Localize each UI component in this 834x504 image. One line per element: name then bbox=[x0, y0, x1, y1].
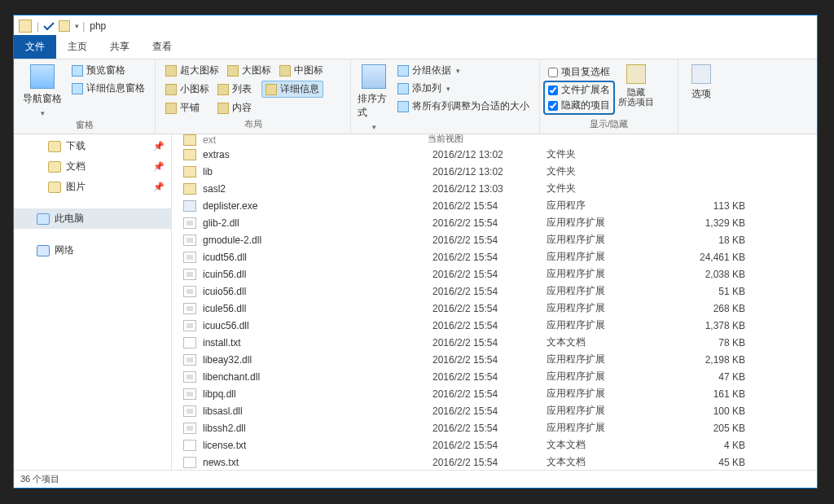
hidden-items-toggle[interactable]: 隐藏的项目 bbox=[546, 98, 612, 113]
file-date: 2016/2/2 15:54 bbox=[432, 388, 546, 400]
autosize-columns-button[interactable]: 将所有列调整为合适的大小 bbox=[394, 99, 533, 114]
preview-pane-button[interactable]: 预览窗格 bbox=[68, 63, 148, 78]
network-icon bbox=[37, 245, 50, 256]
file-row[interactable]: gmodule-2.dll2016/2/2 15:54应用程序扩展18 KB bbox=[172, 231, 817, 248]
file-size: 47 KB bbox=[677, 371, 758, 383]
group-label-layout: 布局 bbox=[162, 116, 344, 134]
file-type: 应用程序扩展 bbox=[546, 301, 677, 315]
navigation-pane-button[interactable]: 导航窗格 ▾ bbox=[20, 63, 64, 117]
file-row[interactable]: news.txt2016/2/2 15:54文本文档45 KB bbox=[172, 454, 817, 470]
nav-pictures[interactable]: 图片📌 bbox=[14, 177, 171, 197]
file-date: 2016/2/12 13:03 bbox=[432, 183, 546, 195]
file-name: gmodule-2.dll bbox=[203, 234, 432, 246]
layout-small[interactable]: 小图标 bbox=[162, 81, 213, 98]
item-checkboxes-toggle[interactable]: 项目复选框 bbox=[546, 64, 612, 80]
group-label-show: 显示/隐藏 bbox=[546, 116, 671, 134]
nav-network[interactable]: 网络 bbox=[14, 240, 171, 261]
file-list[interactable]: extextras2016/2/12 13:02文件夹lib2016/2/12 … bbox=[172, 134, 817, 470]
file-row[interactable]: deplister.exe2016/2/2 15:54应用程序113 KB bbox=[172, 197, 817, 214]
dll-icon bbox=[183, 217, 196, 229]
nav-downloads[interactable]: 下载📌 bbox=[14, 136, 171, 156]
hide-icon bbox=[626, 64, 646, 84]
file-row[interactable]: lib2016/2/12 13:02文件夹 bbox=[172, 163, 817, 180]
layout-details[interactable]: 详细信息 bbox=[261, 81, 323, 98]
file-date: 2016/2/2 15:54 bbox=[432, 286, 546, 297]
hide-selected-button[interactable]: 隐藏所选项目 bbox=[617, 63, 656, 116]
file-row[interactable]: sasl22016/2/12 13:03文件夹 bbox=[172, 180, 817, 197]
file-row[interactable]: libssh2.dll2016/2/2 15:54应用程序扩展205 KB bbox=[172, 419, 817, 436]
file-row[interactable]: license.txt2016/2/2 15:54文本文档4 KB bbox=[172, 436, 817, 454]
file-date: 2016/2/2 15:54 bbox=[432, 371, 546, 383]
file-size: 51 KB bbox=[677, 286, 758, 297]
nav-documents[interactable]: 文档📌 bbox=[14, 156, 171, 177]
file-name: libsasl.dll bbox=[203, 405, 432, 417]
file-row[interactable]: libpq.dll2016/2/2 15:54应用程序扩展161 KB bbox=[172, 385, 817, 402]
dll-icon bbox=[183, 388, 196, 400]
group-by-button[interactable]: 分组依据▾ bbox=[394, 63, 533, 78]
file-size: 113 KB bbox=[677, 200, 758, 212]
file-size: 100 KB bbox=[677, 405, 758, 417]
nav-this-pc[interactable]: 此电脑 bbox=[14, 208, 171, 229]
file-date: 2016/2/2 15:54 bbox=[432, 457, 546, 468]
file-name: extras bbox=[203, 149, 432, 160]
file-row[interactable]: icudt56.dll2016/2/2 15:54应用程序扩展24,461 KB bbox=[172, 248, 817, 265]
file-date: 2016/2/2 15:54 bbox=[432, 423, 546, 434]
file-size: 2,198 KB bbox=[677, 354, 758, 366]
file-size: 161 KB bbox=[677, 388, 758, 400]
file-type: 应用程序扩展 bbox=[546, 216, 677, 230]
file-date: 2016/2/2 15:54 bbox=[432, 440, 546, 451]
file-size: 1,378 KB bbox=[677, 320, 758, 331]
layout-list[interactable]: 列表 bbox=[214, 81, 260, 98]
options-button[interactable]: 选项 bbox=[685, 63, 718, 119]
file-type: 应用程序扩展 bbox=[546, 404, 677, 418]
file-name: news.txt bbox=[203, 457, 432, 468]
file-row[interactable]: extras2016/2/12 13:02文件夹 bbox=[172, 146, 817, 163]
dll-icon bbox=[183, 234, 196, 246]
tab-share[interactable]: 共享 bbox=[99, 35, 141, 59]
file-type: 文件夹 bbox=[546, 164, 677, 178]
file-row[interactable]: icule56.dll2016/2/2 15:54应用程序扩展268 KB bbox=[172, 300, 817, 317]
ribbon-tabs: 文件 主页 共享 查看 bbox=[14, 37, 817, 59]
explorer-window: | ▾ | php 文件 主页 共享 查看 导航窗格 ▾ 预览窗格 详细信息窗格 bbox=[13, 15, 818, 489]
file-row[interactable]: icuin56.dll2016/2/2 15:54应用程序扩展2,038 KB bbox=[172, 265, 817, 283]
file-size: 24,461 KB bbox=[677, 252, 758, 263]
tab-view[interactable]: 查看 bbox=[141, 35, 183, 59]
tab-file[interactable]: 文件 bbox=[14, 35, 56, 59]
file-date: 2016/2/2 15:54 bbox=[432, 337, 546, 348]
folder-icon bbox=[48, 141, 61, 152]
layout-medium[interactable]: 中图标 bbox=[276, 63, 327, 78]
layout-content[interactable]: 内容 bbox=[214, 100, 255, 116]
nav-pane-icon bbox=[30, 64, 55, 89]
file-name: install.txt bbox=[203, 337, 432, 348]
layout-large[interactable]: 大图标 bbox=[224, 63, 274, 78]
file-date: 2016/2/2 15:54 bbox=[432, 303, 546, 314]
file-type: 文件夹 bbox=[546, 182, 677, 195]
layout-tiles[interactable]: 平铺 bbox=[162, 100, 213, 116]
file-row[interactable]: icuuc56.dll2016/2/2 15:54应用程序扩展1,378 KB bbox=[172, 317, 817, 334]
tab-home[interactable]: 主页 bbox=[56, 35, 99, 59]
dll-icon bbox=[183, 354, 196, 366]
file-name: icule56.dll bbox=[203, 303, 432, 314]
details-pane-button[interactable]: 详细信息窗格 bbox=[68, 81, 148, 96]
add-columns-button[interactable]: 添加列▾ bbox=[394, 81, 533, 96]
file-name: libenchant.dll bbox=[203, 371, 432, 383]
qat-dropdown-icon[interactable]: ▾ bbox=[75, 22, 79, 30]
folder-icon bbox=[183, 183, 196, 195]
layout-xlarge[interactable]: 超大图标 bbox=[162, 63, 222, 78]
file-row[interactable]: libeay32.dll2016/2/2 15:54应用程序扩展2,198 KB bbox=[172, 351, 817, 368]
file-extensions-toggle[interactable]: 文件扩展名 bbox=[546, 82, 612, 98]
file-row[interactable]: install.txt2016/2/2 15:54文本文档78 KB bbox=[172, 334, 817, 351]
status-bar: 36 个项目 bbox=[14, 470, 817, 488]
file-row[interactable]: ext bbox=[172, 134, 817, 146]
file-type: 文本文档 bbox=[546, 455, 677, 469]
checkmark-icon[interactable] bbox=[42, 21, 55, 31]
file-row[interactable]: libsasl.dll2016/2/2 15:54应用程序扩展100 KB bbox=[172, 402, 817, 419]
file-row[interactable]: glib-2.dll2016/2/2 15:54应用程序扩展1,329 KB bbox=[172, 214, 817, 231]
file-type: 应用程序扩展 bbox=[546, 387, 677, 401]
file-date: 2016/2/2 15:54 bbox=[432, 217, 546, 229]
sort-button[interactable]: 排序方式▾ bbox=[358, 63, 389, 131]
dll-icon bbox=[183, 252, 196, 263]
file-size: 1,329 KB bbox=[677, 217, 758, 229]
file-row[interactable]: libenchant.dll2016/2/2 15:54应用程序扩展47 KB bbox=[172, 368, 817, 385]
file-row[interactable]: icuio56.dll2016/2/2 15:54应用程序扩展51 KB bbox=[172, 283, 817, 300]
